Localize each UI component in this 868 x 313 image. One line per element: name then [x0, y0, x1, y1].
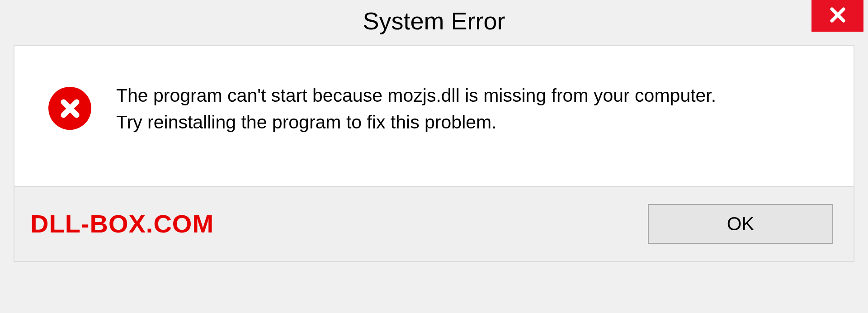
titlebar: System Error: [0, 0, 868, 41]
close-button[interactable]: [811, 0, 863, 32]
message-block: The program can't start because mozjs.dl…: [116, 82, 826, 136]
dialog-footer: DLL-BOX.COM OK: [14, 187, 854, 262]
dialog-content: The program can't start because mozjs.dl…: [14, 45, 854, 187]
close-icon: [828, 5, 848, 27]
message-line-2: Try reinstalling the program to fix this…: [116, 109, 826, 136]
ok-button[interactable]: OK: [648, 204, 833, 244]
brand-watermark: DLL-BOX.COM: [30, 209, 214, 238]
error-icon: [48, 87, 91, 130]
message-line-1: The program can't start because mozjs.dl…: [116, 82, 826, 109]
window-title: System Error: [363, 7, 505, 35]
ok-button-label: OK: [727, 213, 755, 235]
